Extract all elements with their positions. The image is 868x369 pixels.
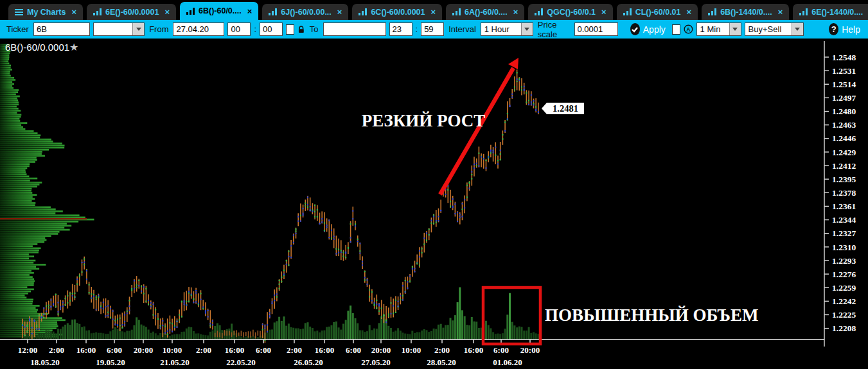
interval-select[interactable]: 1 Hour [481,22,533,36]
price-tick-label: 1.2327 [832,228,856,238]
interval-select-value: 1 Hour [481,24,521,34]
bar-chart-icon [623,8,632,15]
tab-close-icon[interactable]: × [778,7,783,17]
bar-chart-icon [535,8,543,15]
to-date-input[interactable] [323,22,386,36]
tab-close-icon[interactable]: × [71,7,76,17]
to-minute-input[interactable] [421,22,444,36]
price-tick-label: 1.2531 [832,66,856,76]
price-tick-label: 1.2361 [832,202,856,211]
symbol-select[interactable] [93,22,145,36]
tab-6e-1440[interactable]: 6E()-1440/0.... × [793,4,868,20]
chevron-down-icon[interactable] [729,23,741,35]
toolbar: Ticker From : To : Interval 1 Hour Price… [0,20,868,39]
time-tick-label: 10:00 [163,345,182,355]
poc-line [0,218,87,219]
time-tick-label: 2:00 [196,345,211,355]
time-tick-label: 6:00 [493,345,509,355]
tab-my-charts[interactable]: My Charts × [8,4,83,20]
volume-profile [0,44,94,338]
date-tick-label: 19.05.20 [96,357,125,367]
auto-scale-a-icon[interactable]: A [684,23,693,35]
from-date-input[interactable] [173,22,224,36]
apply-button[interactable]: Apply [643,24,666,35]
interval-label: Interval [448,24,476,34]
to-hour-input[interactable] [389,22,412,36]
tab-close-icon[interactable]: × [687,7,692,17]
time-separator: : [416,24,418,34]
time-tick-label: 6:00 [346,345,361,355]
lock-icon [297,24,305,35]
time-tick-label: 2:00 [287,345,302,355]
tab-6c-60[interactable]: 6C()-60/0.0001 × [352,4,442,20]
price-tick-label: 1.2378 [832,188,856,198]
price-tick-label: 1.2259 [832,283,856,293]
time-tick-label: 16:00 [315,345,334,355]
bar-chart-icon [93,8,102,15]
chart-canvas[interactable]: 1.25481.25311.25141.24971.24801.24631.24… [0,39,868,369]
tab-6j-60[interactable]: 6J()-60/0.00... × [262,4,348,20]
date-tick-label: 28.05.20 [427,357,456,367]
tab-close-icon[interactable]: × [601,7,607,17]
time-axis: 12:002:0016:006:0020:0010:002:0016:006:0… [0,339,824,367]
time-separator: : [254,24,256,34]
price-tick-label: 1.2446 [832,133,856,143]
price-tick-label: 1.2208 [832,323,856,333]
tab-label: 6C()-60/0.0001 [371,8,425,17]
from-hour-input[interactable] [227,22,251,36]
price-axis: 1.25481.25311.25141.24971.24801.24631.24… [824,41,856,347]
tab-label: 6E()-1440/0.... [811,8,863,17]
tab-6b-1440[interactable]: 6B()-1440/0.... × [702,4,789,20]
help-button[interactable]: Help [842,24,860,35]
tab-label: 6B()-60/0.... [199,6,242,15]
tab-close-icon[interactable]: × [164,7,170,17]
from-minute-input[interactable] [260,22,283,36]
growth-arrow-head [508,58,518,69]
price-tick-label: 1.2429 [832,148,856,157]
price-tick-label: 1.2310 [832,243,856,252]
chevron-down-icon[interactable] [792,23,803,35]
price-tick-label: 1.2514 [832,80,856,89]
tab-bar: My Charts × 6E()-60/0.0001 × 6B()-60/0..… [0,0,868,20]
tab-label: CL()-60/0.01 [635,8,681,17]
tab-close-icon[interactable]: × [430,7,436,17]
time-tick-label: 10:00 [402,345,421,355]
time-tick-label: 16:00 [225,345,244,355]
tab-label: 6E()-60/0.0001 [105,8,159,17]
tab-6b-60-active[interactable]: 6B()-60/0.... × [180,2,258,20]
chevron-down-icon[interactable] [521,23,533,35]
right-interval-select[interactable]: 1 Min [696,22,741,36]
tab-6a-60[interactable]: 6A()-60/0.... × [446,4,524,20]
price-scale-label: Price scale [538,20,570,39]
tab-label: My Charts [27,8,66,17]
bar-chart-icon [269,8,277,15]
to-enabled-checkbox[interactable] [286,24,294,35]
tab-label: 6B()-1440/0.... [720,8,772,17]
auto-checkbox[interactable] [672,24,680,35]
date-tick-label: 01.06.20 [493,357,522,367]
chevron-down-icon[interactable] [132,23,144,35]
annotations: РЕЗКИЙ РОСТПОВЫШЕННЫЙ ОБЪЕМ1.2481 [362,58,759,344]
bar-chart-icon [186,8,195,15]
side-select[interactable]: Buy+Sell [745,22,804,36]
help-icon[interactable]: ? [829,23,838,35]
volume-annotation-text: ПОВЫШЕННЫЙ ОБЪЕМ [545,305,758,325]
tab-6e-60[interactable]: 6E()-60/0.0001 × [87,4,176,20]
tab-close-icon[interactable]: × [513,7,518,17]
tab-qgc-60[interactable]: QGC()-60/0.1 × [528,4,612,20]
price-tick-label: 1.2395 [832,175,856,184]
tab-close-icon[interactable]: × [337,7,342,17]
tab-close-icon[interactable]: × [247,6,252,16]
ticker-input[interactable] [33,22,90,36]
date-tick-label: 27.05.20 [361,357,391,367]
bar-chart-icon [359,8,367,15]
trading-app-window: My Charts × 6E()-60/0.0001 × 6B()-60/0..… [0,0,868,369]
menu-icon [15,9,23,15]
apply-check-icon[interactable] [630,23,640,35]
to-label: To [310,24,319,34]
tab-cl-60[interactable]: CL()-60/0.01 × [617,4,698,20]
price-scale-input[interactable] [574,22,618,36]
time-tick-label: 6:00 [107,345,122,355]
price-tick-label: 1.2480 [832,107,856,116]
from-label: From [149,24,168,34]
